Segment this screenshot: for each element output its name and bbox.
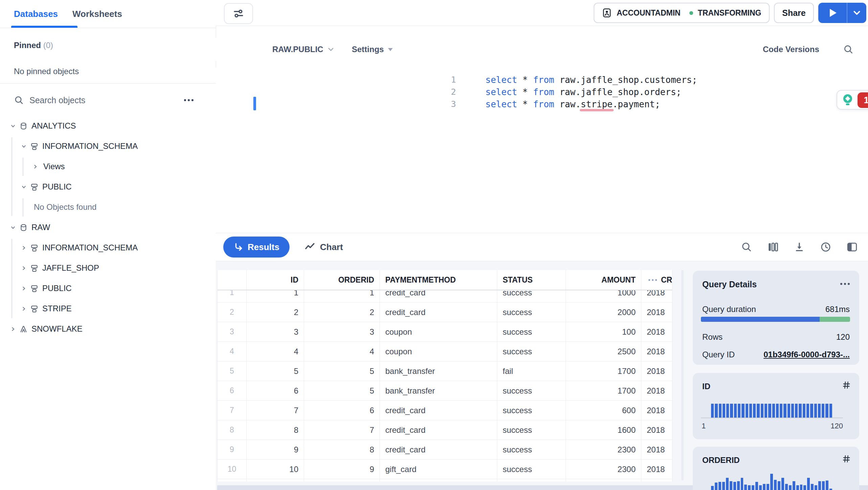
header-amount[interactable]: AMOUNT xyxy=(566,270,641,290)
cell-id[interactable]: 5 xyxy=(247,361,304,381)
search-input[interactable] xyxy=(29,95,159,106)
cell-id[interactable]: 2 xyxy=(247,303,304,322)
editor-search-button[interactable] xyxy=(843,38,854,61)
cell-id[interactable]: 4 xyxy=(247,342,304,361)
query-details-menu[interactable] xyxy=(839,283,850,285)
code-versions-button[interactable]: Code Versions xyxy=(763,38,819,61)
cell-status[interactable]: success xyxy=(497,381,566,400)
tree-item-raw[interactable]: RAW xyxy=(0,217,216,238)
chevron-right-icon[interactable] xyxy=(20,265,28,271)
header-paymentmethod[interactable]: PAYMENTMETHOD xyxy=(380,270,497,290)
cell-id[interactable]: 3 xyxy=(247,322,304,341)
chevron-right-icon[interactable] xyxy=(31,164,39,170)
columns-icon[interactable] xyxy=(767,241,779,253)
cell-orderid[interactable]: 2 xyxy=(304,303,380,322)
header-orderid[interactable]: ORDERID xyxy=(304,270,380,290)
cell-orderid[interactable]: 4 xyxy=(304,342,380,361)
table-row[interactable]: 887credit_cardsuccess16002018 xyxy=(218,420,672,440)
query-id-link[interactable]: 01b349f6-0000-d793-... xyxy=(763,350,850,359)
cell-orderid[interactable]: 5 xyxy=(304,361,380,381)
sql-editor[interactable]: 1 2 3 select * from raw.jaffle_shop.cust… xyxy=(216,68,868,233)
chevron-right-icon[interactable] xyxy=(20,245,28,251)
cell-status[interactable]: success xyxy=(497,322,566,341)
split-panel-icon[interactable] xyxy=(846,241,858,253)
cell-paymentmethod[interactable]: credit_card xyxy=(380,420,497,440)
cell-status[interactable]: success xyxy=(497,303,566,322)
tree-item-information-schema[interactable]: INFORMATION_SCHEMA xyxy=(0,136,216,156)
cell-orderid[interactable]: 8 xyxy=(304,440,380,459)
chevron-down-icon[interactable] xyxy=(9,123,17,129)
table-row[interactable]: 10109gift_cardsuccess23002018 xyxy=(218,460,672,479)
worksheet-options-button[interactable] xyxy=(224,3,253,24)
run-options-button[interactable] xyxy=(847,3,866,23)
cell-paymentmethod[interactable]: credit_card xyxy=(380,401,497,420)
cell-amount[interactable]: 1700 xyxy=(566,361,641,381)
cell-amount[interactable]: 1700 xyxy=(566,381,641,400)
header-status[interactable]: STATUS xyxy=(497,270,566,290)
tree-item-public-raw[interactable]: PUBLIC xyxy=(0,278,216,298)
tab-databases[interactable]: Databases xyxy=(14,0,58,28)
search-results-icon[interactable] xyxy=(741,241,752,253)
download-icon[interactable] xyxy=(794,241,805,253)
cell-paymentmethod[interactable]: coupon xyxy=(380,342,497,361)
cell-created[interactable]: 2018 xyxy=(641,322,672,341)
cell-paymentmethod[interactable]: credit_card xyxy=(380,303,497,322)
tree-item-snowflake[interactable]: SNOWFLAKE xyxy=(0,319,216,339)
cell-created[interactable]: 2018 xyxy=(641,420,672,440)
cell-amount[interactable]: 2300 xyxy=(566,440,641,459)
database-context-dropdown[interactable]: RAW.PUBLIC xyxy=(272,38,334,61)
cell-created[interactable]: 2018 xyxy=(641,361,672,381)
cell-paymentmethod[interactable]: gift_card xyxy=(380,460,497,479)
tab-results[interactable]: Results xyxy=(223,237,290,258)
tree-item-jaffle-shop[interactable]: JAFFLE_SHOP xyxy=(0,258,216,278)
cell-created[interactable]: 2018 xyxy=(641,381,672,400)
cell-paymentmethod[interactable]: credit_card xyxy=(380,440,497,459)
cell-amount[interactable]: 2500 xyxy=(566,342,641,361)
cell-paymentmethod[interactable]: bank_transfer xyxy=(380,361,497,381)
table-row[interactable]: 333couponsuccess1002018 xyxy=(218,322,672,342)
cell-orderid[interactable]: 3 xyxy=(304,322,380,341)
context-selector[interactable]: ACCOUNTADMIN TRANSFORMING xyxy=(594,3,770,23)
cell-created[interactable]: 2018 xyxy=(641,460,672,479)
tree-item-views[interactable]: Views xyxy=(0,156,216,177)
cell-paymentmethod[interactable]: coupon xyxy=(380,322,497,341)
cell-orderid[interactable]: 6 xyxy=(304,401,380,420)
cell-status[interactable]: success xyxy=(497,460,566,479)
cell-id[interactable]: 6 xyxy=(247,381,304,400)
chevron-down-icon[interactable] xyxy=(20,184,28,190)
cell-orderid[interactable]: 5 xyxy=(304,381,380,400)
share-button[interactable]: Share xyxy=(774,3,814,23)
cell-id[interactable]: 10 xyxy=(247,460,304,479)
history-icon[interactable] xyxy=(820,241,831,253)
cell-orderid[interactable]: 9 xyxy=(304,460,380,479)
tab-chart[interactable]: Chart xyxy=(304,237,343,258)
vertical-scrollbar[interactable] xyxy=(681,270,684,481)
table-row[interactable]: 776credit_cardsuccess6002018 xyxy=(218,401,672,420)
cell-id[interactable]: 8 xyxy=(247,420,304,440)
cell-created[interactable]: 2018 xyxy=(641,303,672,322)
tree-item-public[interactable]: PUBLIC xyxy=(0,177,216,197)
table-row[interactable]: 998credit_cardsuccess23002018 xyxy=(218,440,672,460)
tree-item-information-schema[interactable]: INFORMATION_SCHEMA xyxy=(0,238,216,258)
run-button[interactable] xyxy=(818,3,847,23)
table-row[interactable] xyxy=(218,479,672,482)
table-row[interactable]: 665bank_transfersuccess17002018 xyxy=(218,381,672,401)
tree-item-stripe[interactable]: STRIPE xyxy=(0,298,216,319)
settings-dropdown[interactable]: Settings xyxy=(352,38,393,61)
header-created[interactable]: CREATED xyxy=(641,270,672,290)
chevron-right-icon[interactable] xyxy=(20,286,28,291)
tab-worksheets[interactable]: Worksheets xyxy=(72,0,122,28)
cell-created[interactable]: 2018 xyxy=(641,440,672,459)
table-row[interactable]: 444couponsuccess25002018 xyxy=(218,342,672,361)
cell-amount[interactable]: 100 xyxy=(566,322,641,341)
header-id[interactable]: ID xyxy=(247,270,304,290)
chevron-down-icon[interactable] xyxy=(9,225,17,230)
cell-status[interactable]: fail xyxy=(497,361,566,381)
cell-status[interactable]: success xyxy=(497,401,566,420)
cell-created[interactable]: 2018 xyxy=(641,342,672,361)
chevron-right-icon[interactable] xyxy=(20,306,28,312)
column-menu-ellipsis[interactable] xyxy=(647,279,657,281)
table-row[interactable]: 222credit_cardsuccess20002018 xyxy=(218,303,672,322)
cell-amount[interactable]: 600 xyxy=(566,401,641,420)
cell-created[interactable]: 2018 xyxy=(641,401,672,420)
